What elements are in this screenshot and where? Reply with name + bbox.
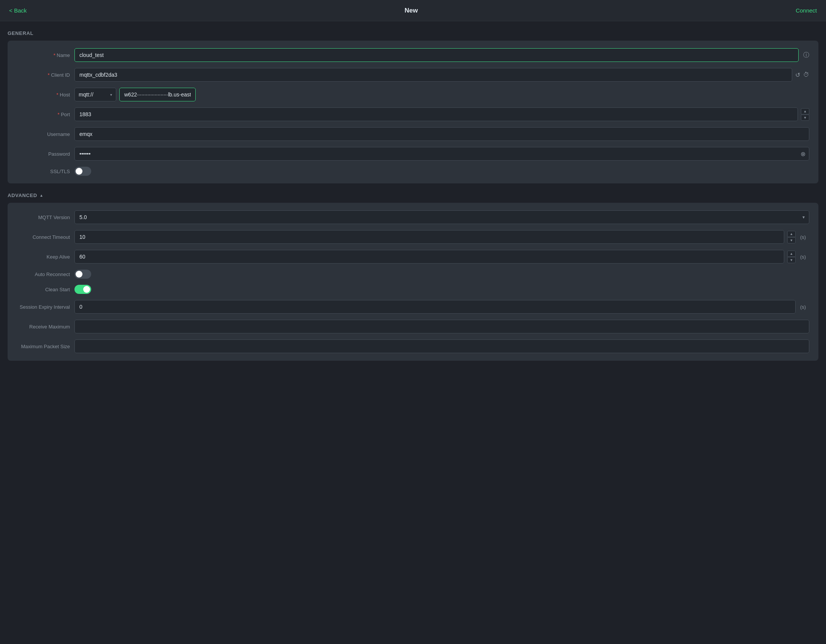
client-id-row: Client ID ↺ ⏱ — [17, 68, 809, 82]
ssl-tls-slider — [74, 167, 91, 176]
name-input[interactable] — [74, 48, 799, 62]
host-controls: mqtt:// ▾ — [74, 88, 809, 101]
client-id-refresh-icon[interactable]: ↺ — [795, 71, 800, 79]
mqtt-version-row: MQTT Version 3.1 3.1.1 5.0 ▾ — [17, 210, 809, 224]
clean-start-slider — [74, 285, 91, 294]
host-protocol-chevron-icon: ▾ — [110, 93, 112, 97]
port-controls: ▲ ▼ — [74, 107, 809, 121]
password-label: Password — [17, 151, 70, 157]
connect-timeout-label: Connect Timeout — [17, 234, 70, 240]
host-row: Host mqtt:// ▾ — [17, 88, 809, 101]
auto-reconnect-label: Auto Reconnect — [17, 271, 70, 277]
ssl-tls-toggle[interactable] — [74, 167, 91, 176]
ssl-tls-row: SSL/TLS — [17, 167, 809, 176]
port-decrement-button[interactable]: ▼ — [801, 115, 809, 121]
main-content: General Name ⓘ Client ID ↺ ⏱ Host mqtt:/… — [0, 21, 826, 379]
host-input-wrapper — [119, 88, 809, 101]
name-label: Name — [17, 52, 70, 58]
password-wrapper: ⊗ — [74, 147, 809, 161]
session-expiry-unit: (s) — [800, 304, 809, 310]
host-input[interactable] — [119, 88, 196, 101]
connect-timeout-controls: ▲ ▼ — [74, 230, 796, 244]
session-expiry-input[interactable] — [74, 300, 796, 314]
general-card: Name ⓘ Client ID ↺ ⏱ Host mqtt:// ▾ — [8, 41, 818, 183]
connect-timeout-increment-button[interactable]: ▲ — [787, 231, 796, 237]
name-info-icon: ⓘ — [803, 51, 809, 59]
username-row: Username — [17, 127, 809, 141]
maximum-packet-size-input[interactable] — [74, 339, 809, 353]
keep-alive-increment-button[interactable]: ▲ — [787, 251, 796, 257]
advanced-card: MQTT Version 3.1 3.1.1 5.0 ▾ Connect Tim… — [8, 203, 818, 361]
general-section-heading: General — [8, 30, 818, 36]
connect-timeout-unit: (s) — [800, 234, 809, 240]
page-title: New — [405, 7, 418, 14]
auto-reconnect-toggle[interactable] — [74, 270, 91, 279]
name-row: Name ⓘ — [17, 48, 809, 62]
advanced-section-heading[interactable]: Advanced ▲ — [8, 193, 818, 198]
maximum-packet-size-row: Maximum Packet Size — [17, 339, 809, 353]
auto-reconnect-slider — [74, 270, 91, 279]
connect-timeout-spinner: ▲ ▼ — [787, 231, 796, 243]
clean-start-toggle[interactable] — [74, 285, 91, 294]
clean-start-label: Clean Start — [17, 287, 70, 292]
session-expiry-row: Session Expiry Interval (s) — [17, 300, 809, 314]
keep-alive-unit: (s) — [800, 254, 809, 260]
client-id-input[interactable] — [74, 68, 792, 82]
keep-alive-row: Keep Alive ▲ ▼ (s) — [17, 250, 809, 264]
port-row: Port ▲ ▼ — [17, 107, 809, 121]
mqtt-version-select[interactable]: 3.1 3.1.1 5.0 — [74, 210, 809, 224]
host-protocol-value: mqtt:// — [79, 92, 93, 98]
auto-reconnect-row: Auto Reconnect — [17, 270, 809, 279]
client-id-controls: ↺ ⏱ — [74, 68, 809, 82]
keep-alive-spinner: ▲ ▼ — [787, 251, 796, 263]
password-row: Password ⊗ — [17, 147, 809, 161]
mqtt-version-select-wrapper: 3.1 3.1.1 5.0 ▾ — [74, 210, 809, 224]
session-expiry-label: Session Expiry Interval — [17, 304, 70, 310]
back-button[interactable]: < Back — [9, 7, 27, 14]
ssl-tls-label: SSL/TLS — [17, 169, 70, 174]
advanced-chevron-icon: ▲ — [40, 193, 44, 197]
username-input[interactable] — [74, 127, 809, 141]
client-id-label: Client ID — [17, 72, 70, 78]
advanced-label: Advanced — [8, 193, 37, 198]
keep-alive-decrement-button[interactable]: ▼ — [787, 257, 796, 263]
receive-maximum-row: Receive Maximum — [17, 320, 809, 333]
port-label: Port — [17, 112, 70, 117]
host-protocol-select[interactable]: mqtt:// ▾ — [74, 88, 116, 101]
connect-timeout-input[interactable] — [74, 230, 784, 244]
receive-maximum-input[interactable] — [74, 320, 809, 333]
password-clear-icon[interactable]: ⊗ — [801, 150, 805, 158]
port-spinner: ▲ ▼ — [801, 108, 809, 121]
maximum-packet-size-label: Maximum Packet Size — [17, 344, 70, 349]
client-id-clock-icon[interactable]: ⏱ — [803, 71, 809, 78]
port-input[interactable] — [74, 107, 798, 121]
mqtt-version-label: MQTT Version — [17, 215, 70, 220]
clean-start-row: Clean Start — [17, 285, 809, 294]
keep-alive-input[interactable] — [74, 250, 784, 264]
header: < Back New Connect — [0, 0, 826, 21]
host-label: Host — [17, 92, 70, 98]
connect-timeout-decrement-button[interactable]: ▼ — [787, 237, 796, 243]
receive-maximum-label: Receive Maximum — [17, 324, 70, 330]
keep-alive-label: Keep Alive — [17, 254, 70, 260]
keep-alive-controls: ▲ ▼ — [74, 250, 796, 264]
password-input[interactable] — [74, 147, 809, 161]
general-label: General — [8, 30, 33, 36]
username-label: Username — [17, 131, 70, 137]
connect-button[interactable]: Connect — [796, 7, 817, 14]
port-increment-button[interactable]: ▲ — [801, 108, 809, 114]
connect-timeout-row: Connect Timeout ▲ ▼ (s) — [17, 230, 809, 244]
